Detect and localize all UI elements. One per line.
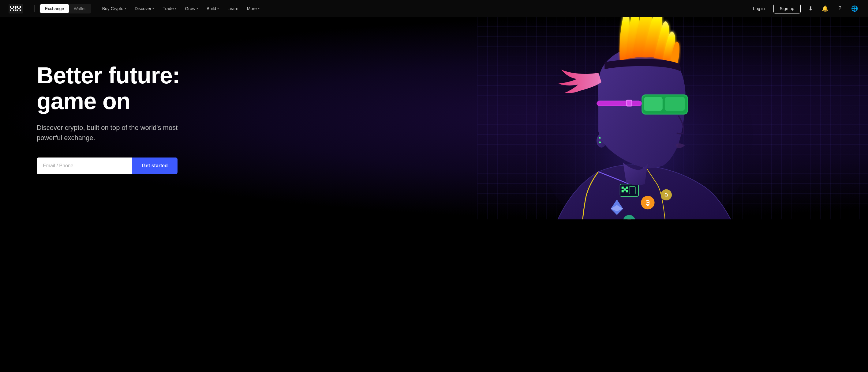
hero-title-line1: Better future: [37,62,180,88]
svg-rect-3 [11,8,13,9]
nav-label: Buy Crypto [102,6,123,11]
nav-item-learn[interactable]: Learn [224,4,242,13]
svg-rect-16 [622,187,624,189]
wallet-mode-button[interactable]: Wallet [69,4,90,13]
svg-rect-1 [10,6,11,8]
nav-item-discover[interactable]: Discover ▾ [131,4,158,13]
nav-label: Trade [162,6,174,11]
get-started-button[interactable]: Get started [132,158,178,174]
svg-rect-13 [20,9,21,11]
svg-rect-2 [10,9,11,11]
exchange-mode-button[interactable]: Exchange [40,4,69,13]
nav-label: Build [207,6,216,11]
nav-label: Learn [227,6,239,11]
nav-label: Discover [135,6,151,11]
hero-content: Better future: game on Discover crypto, … [0,38,220,198]
navbar-nav: Buy Crypto ▾ Discover ▾ Trade ▾ Grow ▾ B… [98,4,749,13]
login-button[interactable]: Log in [749,4,768,13]
chevron-down-icon: ▾ [217,7,219,10]
chevron-down-icon: ▾ [125,7,126,10]
hero-section: Better future: game on Discover crypto, … [0,17,868,220]
svg-rect-4 [13,6,14,8]
hero-character-illustration: ₿ Ð ₮ [391,17,868,220]
nav-item-build[interactable]: Build ▾ [203,4,222,13]
help-icon[interactable]: ? [835,4,845,13]
chevron-down-icon: ▾ [152,7,154,10]
svg-text:₿: ₿ [646,199,649,206]
svg-rect-9 [17,6,18,8]
hero-form: Get started [37,158,178,174]
svg-rect-8 [15,9,16,11]
okx-logo[interactable] [8,4,23,13]
svg-rect-18 [624,189,626,191]
bell-icon[interactable]: 🔔 [820,4,830,13]
svg-rect-41 [627,101,631,106]
svg-rect-11 [17,9,18,11]
chevron-down-icon: ▾ [196,7,198,10]
nav-label: More [247,6,257,11]
nav-label: Grow [185,6,195,11]
svg-rect-17 [622,190,624,193]
chevron-down-icon: ▾ [258,7,259,10]
download-icon[interactable]: ⬇ [806,4,815,13]
navbar-actions: Log in Sign up ⬇ 🔔 ? 🌐 [749,4,860,13]
hero-title-line2: game on [37,88,130,114]
navbar: Exchange Wallet Buy Crypto ▾ Discover ▾ … [0,0,868,17]
svg-rect-39 [596,101,642,106]
svg-text:Ð: Ð [664,193,668,198]
hero-subtitle: Discover crypto, built on top of the wor… [37,122,184,143]
svg-rect-20 [626,190,628,193]
svg-rect-12 [20,6,21,8]
chevron-down-icon: ▾ [175,7,176,10]
svg-rect-5 [13,9,14,11]
svg-rect-36 [644,97,663,111]
svg-rect-6 [15,6,16,8]
nav-item-trade[interactable]: Trade ▾ [159,4,180,13]
nav-item-grow[interactable]: Grow ▾ [181,4,202,13]
svg-rect-37 [665,97,685,111]
nav-item-more[interactable]: More ▾ [243,4,263,13]
svg-point-31 [599,142,601,143]
svg-rect-7 [15,8,16,9]
svg-rect-19 [626,187,628,189]
globe-icon[interactable]: 🌐 [850,4,860,13]
hero-title: Better future: game on [37,62,184,114]
email-phone-input[interactable] [37,158,132,174]
nav-item-buy-crypto[interactable]: Buy Crypto ▾ [98,4,130,13]
signup-button[interactable]: Sign up [773,4,801,13]
svg-rect-10 [18,8,20,9]
navbar-divider [34,5,35,12]
navbar-mode-toggle: Exchange Wallet [39,4,91,13]
